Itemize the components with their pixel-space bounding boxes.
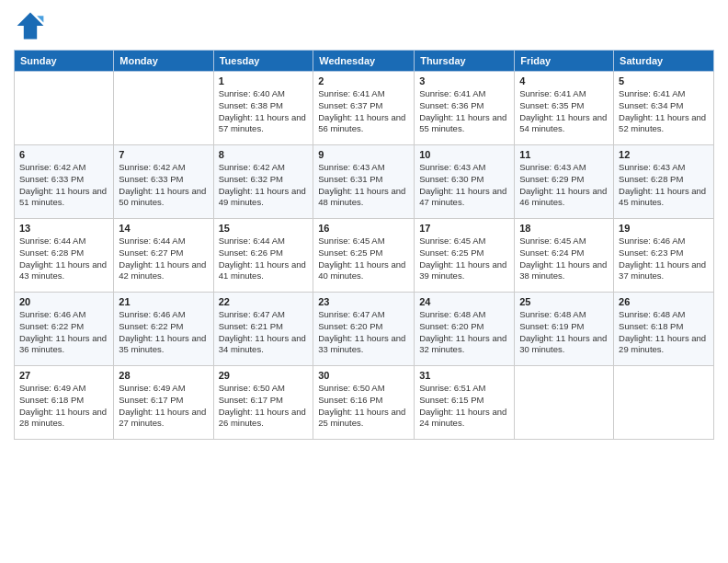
week-row-5: 27Sunrise: 6:49 AM Sunset: 6:18 PM Dayli… xyxy=(15,366,714,440)
calendar-cell: 8Sunrise: 6:42 AM Sunset: 6:32 PM Daylig… xyxy=(213,145,313,219)
day-info: Sunrise: 6:50 AM Sunset: 6:16 PM Dayligh… xyxy=(318,383,409,430)
day-info: Sunrise: 6:43 AM Sunset: 6:28 PM Dayligh… xyxy=(619,162,709,209)
day-number: 14 xyxy=(119,223,208,234)
day-number: 11 xyxy=(519,149,609,160)
day-number: 26 xyxy=(619,296,709,307)
calendar-cell xyxy=(614,366,714,440)
day-header-tuesday: Tuesday xyxy=(213,51,313,72)
day-info: Sunrise: 6:45 AM Sunset: 6:25 PM Dayligh… xyxy=(318,236,409,282)
day-info: Sunrise: 6:40 AM Sunset: 6:38 PM Dayligh… xyxy=(219,88,309,135)
day-info: Sunrise: 6:41 AM Sunset: 6:36 PM Dayligh… xyxy=(419,88,509,135)
calendar-cell xyxy=(515,366,614,440)
day-info: Sunrise: 6:42 AM Sunset: 6:33 PM Dayligh… xyxy=(19,162,108,209)
day-number: 8 xyxy=(219,149,309,160)
day-number: 20 xyxy=(19,296,108,307)
calendar-cell: 3Sunrise: 6:41 AM Sunset: 6:36 PM Daylig… xyxy=(415,72,515,145)
calendar-cell: 15Sunrise: 6:44 AM Sunset: 6:26 PM Dayli… xyxy=(213,219,313,293)
day-number: 24 xyxy=(419,296,509,307)
calendar-cell: 30Sunrise: 6:50 AM Sunset: 6:16 PM Dayli… xyxy=(313,366,415,440)
day-number: 10 xyxy=(419,149,509,160)
calendar-cell: 1Sunrise: 6:40 AM Sunset: 6:38 PM Daylig… xyxy=(213,72,313,145)
calendar-cell xyxy=(114,72,213,145)
calendar-cell: 14Sunrise: 6:44 AM Sunset: 6:27 PM Dayli… xyxy=(114,219,213,293)
day-info: Sunrise: 6:41 AM Sunset: 6:37 PM Dayligh… xyxy=(318,88,409,135)
day-info: Sunrise: 6:41 AM Sunset: 6:35 PM Dayligh… xyxy=(519,88,609,135)
day-number: 2 xyxy=(318,75,409,86)
calendar-cell: 16Sunrise: 6:45 AM Sunset: 6:25 PM Dayli… xyxy=(313,219,415,293)
day-number: 7 xyxy=(119,149,208,160)
day-number: 31 xyxy=(419,370,509,381)
day-number: 23 xyxy=(318,296,409,307)
day-info: Sunrise: 6:45 AM Sunset: 6:24 PM Dayligh… xyxy=(519,236,609,282)
day-number: 29 xyxy=(219,370,309,381)
day-number: 12 xyxy=(619,149,709,160)
calendar-cell: 17Sunrise: 6:45 AM Sunset: 6:25 PM Dayli… xyxy=(415,219,515,293)
day-number: 5 xyxy=(619,75,709,86)
day-info: Sunrise: 6:49 AM Sunset: 6:17 PM Dayligh… xyxy=(119,383,208,430)
day-info: Sunrise: 6:41 AM Sunset: 6:34 PM Dayligh… xyxy=(619,88,709,135)
day-number: 4 xyxy=(519,75,609,86)
day-info: Sunrise: 6:48 AM Sunset: 6:19 PM Dayligh… xyxy=(519,309,609,356)
day-header-wednesday: Wednesday xyxy=(313,51,415,72)
day-info: Sunrise: 6:48 AM Sunset: 6:20 PM Dayligh… xyxy=(419,309,509,356)
day-info: Sunrise: 6:43 AM Sunset: 6:30 PM Dayligh… xyxy=(419,162,509,209)
page: SundayMondayTuesdayWednesdayThursdayFrid… xyxy=(0,0,728,563)
day-number: 22 xyxy=(219,296,309,307)
day-info: Sunrise: 6:46 AM Sunset: 6:22 PM Dayligh… xyxy=(119,309,208,356)
week-row-2: 6Sunrise: 6:42 AM Sunset: 6:33 PM Daylig… xyxy=(15,145,714,219)
calendar-cell: 29Sunrise: 6:50 AM Sunset: 6:17 PM Dayli… xyxy=(213,366,313,440)
calendar-cell: 26Sunrise: 6:48 AM Sunset: 6:18 PM Dayli… xyxy=(614,293,714,366)
day-info: Sunrise: 6:43 AM Sunset: 6:29 PM Dayligh… xyxy=(519,162,609,209)
day-number: 3 xyxy=(419,75,509,86)
day-number: 15 xyxy=(219,223,309,234)
day-number: 28 xyxy=(119,370,208,381)
calendar-cell: 22Sunrise: 6:47 AM Sunset: 6:21 PM Dayli… xyxy=(213,293,313,366)
week-row-1: 1Sunrise: 6:40 AM Sunset: 6:38 PM Daylig… xyxy=(15,72,714,145)
calendar-header-row: SundayMondayTuesdayWednesdayThursdayFrid… xyxy=(15,51,714,72)
calendar-cell: 19Sunrise: 6:46 AM Sunset: 6:23 PM Dayli… xyxy=(614,219,714,293)
calendar-cell: 12Sunrise: 6:43 AM Sunset: 6:28 PM Dayli… xyxy=(614,145,714,219)
day-number: 21 xyxy=(119,296,208,307)
day-number: 18 xyxy=(519,223,609,234)
calendar-cell: 20Sunrise: 6:46 AM Sunset: 6:22 PM Dayli… xyxy=(15,293,114,366)
calendar-cell: 7Sunrise: 6:42 AM Sunset: 6:33 PM Daylig… xyxy=(114,145,213,219)
day-info: Sunrise: 6:47 AM Sunset: 6:21 PM Dayligh… xyxy=(219,309,309,356)
day-info: Sunrise: 6:43 AM Sunset: 6:31 PM Dayligh… xyxy=(318,162,409,209)
calendar-cell xyxy=(15,72,114,145)
calendar-cell: 18Sunrise: 6:45 AM Sunset: 6:24 PM Dayli… xyxy=(515,219,614,293)
day-info: Sunrise: 6:44 AM Sunset: 6:28 PM Dayligh… xyxy=(19,236,108,282)
day-info: Sunrise: 6:44 AM Sunset: 6:26 PM Dayligh… xyxy=(219,236,309,282)
logo xyxy=(14,9,51,42)
calendar-cell: 25Sunrise: 6:48 AM Sunset: 6:19 PM Dayli… xyxy=(515,293,614,366)
header xyxy=(14,9,714,42)
day-number: 16 xyxy=(318,223,409,234)
day-number: 17 xyxy=(419,223,509,234)
week-row-3: 13Sunrise: 6:44 AM Sunset: 6:28 PM Dayli… xyxy=(15,219,714,293)
day-number: 1 xyxy=(219,75,309,86)
calendar-cell: 27Sunrise: 6:49 AM Sunset: 6:18 PM Dayli… xyxy=(15,366,114,440)
logo-icon xyxy=(14,9,47,42)
day-number: 30 xyxy=(318,370,409,381)
calendar-cell: 10Sunrise: 6:43 AM Sunset: 6:30 PM Dayli… xyxy=(415,145,515,219)
calendar-cell: 6Sunrise: 6:42 AM Sunset: 6:33 PM Daylig… xyxy=(15,145,114,219)
calendar-cell: 9Sunrise: 6:43 AM Sunset: 6:31 PM Daylig… xyxy=(313,145,415,219)
calendar-cell: 5Sunrise: 6:41 AM Sunset: 6:34 PM Daylig… xyxy=(614,72,714,145)
day-info: Sunrise: 6:48 AM Sunset: 6:18 PM Dayligh… xyxy=(619,309,709,356)
day-info: Sunrise: 6:51 AM Sunset: 6:15 PM Dayligh… xyxy=(419,383,509,430)
day-header-saturday: Saturday xyxy=(614,51,714,72)
day-number: 6 xyxy=(19,149,108,160)
day-number: 19 xyxy=(619,223,709,234)
day-info: Sunrise: 6:44 AM Sunset: 6:27 PM Dayligh… xyxy=(119,236,208,282)
day-info: Sunrise: 6:45 AM Sunset: 6:25 PM Dayligh… xyxy=(419,236,509,282)
calendar-cell: 21Sunrise: 6:46 AM Sunset: 6:22 PM Dayli… xyxy=(114,293,213,366)
day-info: Sunrise: 6:49 AM Sunset: 6:18 PM Dayligh… xyxy=(19,383,108,430)
calendar-cell: 11Sunrise: 6:43 AM Sunset: 6:29 PM Dayli… xyxy=(515,145,614,219)
calendar-cell: 13Sunrise: 6:44 AM Sunset: 6:28 PM Dayli… xyxy=(15,219,114,293)
calendar-table: SundayMondayTuesdayWednesdayThursdayFrid… xyxy=(14,50,714,440)
day-header-monday: Monday xyxy=(114,51,213,72)
calendar-cell: 4Sunrise: 6:41 AM Sunset: 6:35 PM Daylig… xyxy=(515,72,614,145)
day-header-sunday: Sunday xyxy=(15,51,114,72)
day-info: Sunrise: 6:46 AM Sunset: 6:22 PM Dayligh… xyxy=(19,309,108,356)
day-info: Sunrise: 6:50 AM Sunset: 6:17 PM Dayligh… xyxy=(219,383,309,430)
day-number: 13 xyxy=(19,223,108,234)
